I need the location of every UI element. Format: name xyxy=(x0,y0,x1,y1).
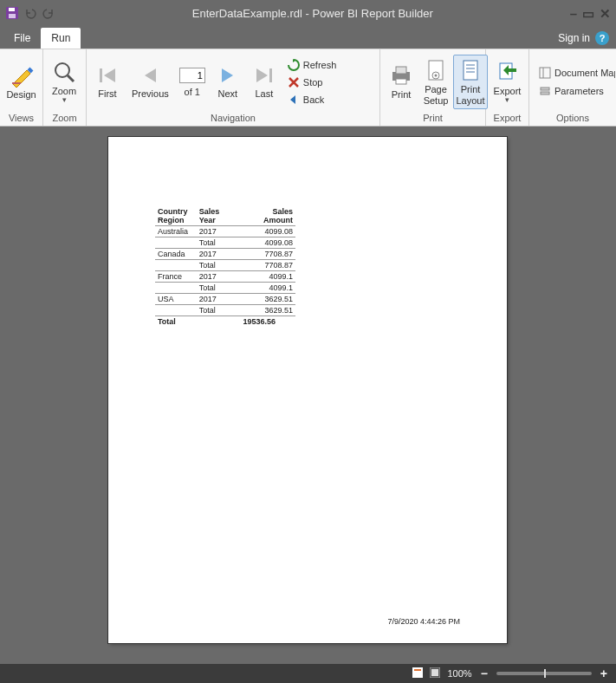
svg-point-13 xyxy=(435,74,438,76)
svg-point-4 xyxy=(55,63,69,77)
grand-total-value: 19536.56 xyxy=(240,316,295,328)
document-map-icon xyxy=(539,67,551,79)
window-title: EnterDataExample.rdl - Power BI Report B… xyxy=(55,7,570,20)
group-navigation-label: Navigation xyxy=(87,111,379,126)
stop-icon xyxy=(288,76,300,88)
col-country: Country Region xyxy=(155,206,197,226)
next-label: Next xyxy=(217,88,237,100)
group-export-label: Export xyxy=(486,111,528,126)
minimize-icon[interactable]: – xyxy=(570,7,577,20)
svg-line-5 xyxy=(68,75,74,81)
svg-rect-19 xyxy=(540,68,550,78)
previous-button[interactable]: Previous xyxy=(126,61,174,103)
page-setup-button[interactable]: Page Setup xyxy=(418,55,453,109)
print-layout-label: Print Layout xyxy=(456,84,484,106)
table-row: Total7708.87 xyxy=(155,260,295,271)
svg-rect-14 xyxy=(464,61,477,80)
col-amount: Sales Amount xyxy=(240,206,295,226)
svg-rect-24 xyxy=(414,669,421,671)
save-icon[interactable] xyxy=(5,6,19,20)
tab-strip: File Run Sign in ? xyxy=(0,26,616,49)
first-button[interactable]: First xyxy=(90,61,125,103)
design-label: Design xyxy=(6,89,36,101)
view-normal-icon[interactable] xyxy=(412,667,423,680)
redo-icon[interactable] xyxy=(42,6,55,20)
table-row: USA20173629.51 xyxy=(155,294,295,305)
print-label: Print xyxy=(392,89,412,101)
svg-rect-9 xyxy=(396,67,406,74)
chevron-down-icon: ▾ xyxy=(62,96,67,104)
zoom-percent-label: 100% xyxy=(447,668,471,679)
stop-button[interactable]: Stop xyxy=(285,75,340,90)
group-options-label: Options xyxy=(529,111,616,126)
table-row: France20174099.1 xyxy=(155,271,295,283)
svg-rect-10 xyxy=(396,79,406,84)
refresh-icon xyxy=(288,59,300,71)
previous-label: Previous xyxy=(132,88,169,100)
table-row: Total3629.51 xyxy=(155,305,295,316)
document-map-button[interactable]: Document Map xyxy=(536,65,616,81)
table-row: Australia20174099.08 xyxy=(155,226,295,237)
group-views-label: Views xyxy=(0,111,42,126)
svg-rect-22 xyxy=(541,92,549,94)
report-table: Country Region Sales Year Sales Amount A… xyxy=(155,206,295,327)
parameters-label: Parameters xyxy=(554,86,604,96)
export-button[interactable]: Export ▾ xyxy=(490,56,525,108)
design-button[interactable]: Design xyxy=(3,60,39,104)
back-button[interactable]: Back xyxy=(285,92,340,107)
svg-rect-7 xyxy=(269,68,272,82)
print-button[interactable]: Print xyxy=(384,60,418,104)
svg-rect-3 xyxy=(12,82,21,84)
chevron-down-icon: ▾ xyxy=(505,96,509,104)
print-layout-button[interactable]: Print Layout xyxy=(453,55,488,109)
stop-label: Stop xyxy=(303,77,323,88)
sign-in-label: Sign in xyxy=(558,32,590,44)
grand-total-label: Total xyxy=(155,316,240,328)
ribbon: Design Views Zoom ▾ Zoom First Previous xyxy=(0,49,616,127)
back-label: Back xyxy=(303,94,324,105)
report-viewport[interactable]: Country Region Sales Year Sales Amount A… xyxy=(0,127,616,664)
col-year: Sales Year xyxy=(197,206,241,226)
svg-rect-21 xyxy=(541,88,549,90)
parameters-icon xyxy=(539,85,551,97)
last-button[interactable]: Last xyxy=(247,61,282,103)
refresh-button[interactable]: Refresh xyxy=(285,57,340,73)
report-page: Country Region Sales Year Sales Amount A… xyxy=(108,137,507,643)
tab-run[interactable]: Run xyxy=(41,28,81,49)
report-timestamp: 7/9/2020 4:44:26 PM xyxy=(387,617,460,626)
svg-rect-11 xyxy=(429,61,443,80)
refresh-label: Refresh xyxy=(303,60,337,70)
parameters-button[interactable]: Parameters xyxy=(536,83,616,99)
view-print-layout-icon[interactable] xyxy=(430,667,440,680)
table-row: Total4099.08 xyxy=(155,237,295,249)
svg-rect-6 xyxy=(100,68,102,82)
page-setup-label: Page Setup xyxy=(424,84,449,106)
svg-rect-1 xyxy=(9,8,15,11)
page-of-label: of 1 xyxy=(185,87,200,97)
zoom-button[interactable]: Zoom ▾ xyxy=(47,56,81,108)
svg-rect-23 xyxy=(412,667,423,678)
table-row: Canada20177708.87 xyxy=(155,249,295,260)
zoom-in-button[interactable]: + xyxy=(599,667,609,680)
table-row: Total4099.1 xyxy=(155,283,295,294)
maximize-icon[interactable]: ▭ xyxy=(582,7,594,20)
last-label: Last xyxy=(255,88,273,100)
svg-rect-26 xyxy=(431,669,438,676)
group-zoom-label: Zoom xyxy=(43,111,86,126)
page-number-input[interactable] xyxy=(179,68,205,83)
sign-in-link[interactable]: Sign in ? xyxy=(558,31,609,49)
first-label: First xyxy=(98,88,116,100)
next-button[interactable]: Next xyxy=(211,61,245,103)
close-icon[interactable]: ✕ xyxy=(600,7,611,20)
back-icon xyxy=(288,94,300,106)
title-bar: EnterDataExample.rdl - Power BI Report B… xyxy=(0,0,616,26)
help-icon[interactable]: ? xyxy=(595,31,609,45)
svg-rect-2 xyxy=(9,14,16,18)
tab-file[interactable]: File xyxy=(3,28,41,49)
document-map-label: Document Map xyxy=(554,68,615,78)
group-print-label: Print xyxy=(380,111,485,126)
undo-icon[interactable] xyxy=(23,6,37,20)
status-bar: 100% − + xyxy=(0,664,616,683)
zoom-slider[interactable] xyxy=(496,672,592,675)
zoom-out-button[interactable]: − xyxy=(479,667,490,680)
